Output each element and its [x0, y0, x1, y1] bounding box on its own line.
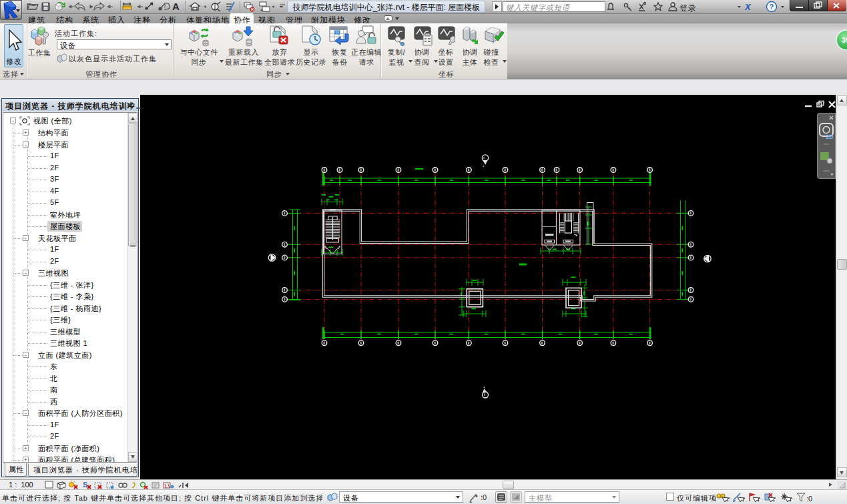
- svg-text:S: S: [83, 481, 87, 489]
- svg-text:A: A: [172, 1, 180, 12]
- svg-text:2D: 2D: [826, 134, 834, 140]
- svg-text:?: ?: [770, 3, 774, 11]
- svg-text:1: 1: [164, 3, 166, 8]
- svg-text:X: X: [744, 2, 752, 12]
